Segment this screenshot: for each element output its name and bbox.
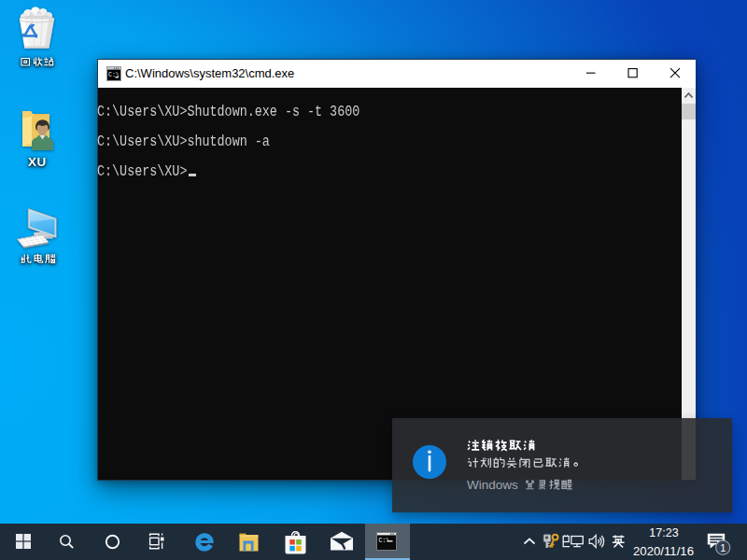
svg-text:1: 1: [720, 542, 726, 553]
